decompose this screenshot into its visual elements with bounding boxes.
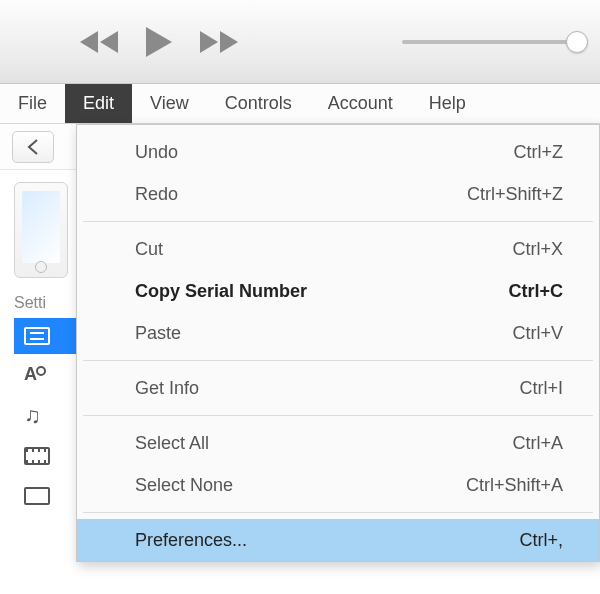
sidebar-item-music[interactable]: ♫: [14, 398, 78, 434]
menu-item-shortcut: Ctrl+,: [519, 530, 563, 551]
menu-controls[interactable]: Controls: [207, 84, 310, 123]
menu-item-shortcut: Ctrl+Z: [514, 142, 564, 163]
menu-item-shortcut: Ctrl+A: [512, 433, 563, 454]
svg-marker-0: [80, 31, 98, 53]
menu-item-shortcut: Ctrl+Shift+Z: [467, 184, 563, 205]
menu-label: Help: [429, 93, 466, 114]
sidebar-item-movies[interactable]: [14, 438, 78, 474]
menu-item-label: Undo: [135, 142, 514, 163]
menu-item-label: Select All: [135, 433, 512, 454]
menu-item-shortcut: Ctrl+X: [512, 239, 563, 260]
volume-slider[interactable]: [402, 40, 582, 44]
svg-marker-3: [200, 31, 218, 53]
tv-icon: [24, 487, 50, 505]
edit-dropdown: UndoCtrl+ZRedoCtrl+Shift+ZCutCtrl+XCopy …: [76, 124, 600, 562]
body-area: Setti A ♫ UndoCtrl+ZRedoCtrl+Shift+ZCutC…: [0, 124, 600, 594]
menu-account[interactable]: Account: [310, 84, 411, 123]
menu-label: Account: [328, 93, 393, 114]
menu-item-shortcut: Ctrl+Shift+A: [466, 475, 563, 496]
menu-view[interactable]: View: [132, 84, 207, 123]
menu-item-shortcut: Ctrl+C: [508, 281, 563, 302]
svg-text:A: A: [24, 364, 37, 384]
rewind-icon[interactable]: [78, 29, 120, 55]
svg-marker-4: [220, 31, 238, 53]
playback-controls: [78, 25, 240, 59]
menu-label: File: [18, 93, 47, 114]
menu-item-cut[interactable]: CutCtrl+X: [77, 228, 599, 270]
sidebar: Setti A ♫: [0, 170, 86, 594]
menu-item-shortcut: Ctrl+V: [512, 323, 563, 344]
menu-item-label: Preferences...: [135, 530, 519, 551]
menu-item-shortcut: Ctrl+I: [519, 378, 563, 399]
menu-item-get-info[interactable]: Get InfoCtrl+I: [77, 367, 599, 409]
menu-separator: [83, 512, 593, 513]
sidebar-item-apps[interactable]: A: [14, 358, 78, 394]
menu-edit[interactable]: Edit: [65, 84, 132, 123]
sidebar-item-summary[interactable]: [14, 318, 78, 354]
menu-item-preferences[interactable]: Preferences...Ctrl+,: [77, 519, 599, 561]
menu-label: Controls: [225, 93, 292, 114]
menu-item-paste[interactable]: PasteCtrl+V: [77, 312, 599, 354]
menu-separator: [83, 415, 593, 416]
menu-label: Edit: [83, 93, 114, 114]
menu-label: View: [150, 93, 189, 114]
svg-point-6: [37, 367, 45, 375]
back-button[interactable]: [12, 131, 54, 163]
player-bar: [0, 0, 600, 84]
menu-separator: [83, 221, 593, 222]
play-icon[interactable]: [144, 25, 174, 59]
music-icon: ♫: [24, 405, 41, 427]
apps-icon: A: [24, 362, 48, 391]
menu-item-label: Redo: [135, 184, 467, 205]
menu-help[interactable]: Help: [411, 84, 484, 123]
menu-item-label: Select None: [135, 475, 466, 496]
movie-icon: [24, 447, 50, 465]
menu-item-label: Paste: [135, 323, 512, 344]
svg-marker-1: [100, 31, 118, 53]
menu-item-copy-serial-number[interactable]: Copy Serial NumberCtrl+C: [77, 270, 599, 312]
summary-icon: [24, 327, 50, 345]
menu-bar: File Edit View Controls Account Help: [0, 84, 600, 124]
svg-marker-2: [146, 27, 172, 57]
menu-item-undo[interactable]: UndoCtrl+Z: [77, 131, 599, 173]
settings-heading: Setti: [14, 294, 76, 312]
menu-item-select-none[interactable]: Select NoneCtrl+Shift+A: [77, 464, 599, 506]
volume-track[interactable]: [402, 40, 582, 44]
sidebar-item-tv[interactable]: [14, 478, 78, 514]
menu-item-label: Get Info: [135, 378, 519, 399]
menu-item-redo[interactable]: RedoCtrl+Shift+Z: [77, 173, 599, 215]
menu-item-select-all[interactable]: Select AllCtrl+A: [77, 422, 599, 464]
menu-separator: [83, 360, 593, 361]
volume-thumb[interactable]: [566, 31, 588, 53]
menu-file[interactable]: File: [0, 84, 65, 123]
forward-icon[interactable]: [198, 29, 240, 55]
device-thumbnail[interactable]: [14, 182, 68, 278]
menu-item-label: Copy Serial Number: [135, 281, 508, 302]
menu-item-label: Cut: [135, 239, 512, 260]
